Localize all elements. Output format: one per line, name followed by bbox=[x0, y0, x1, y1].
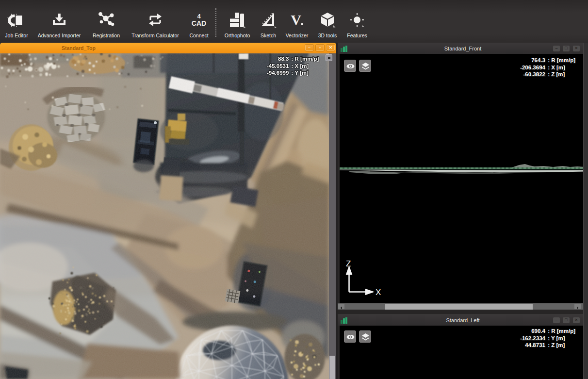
svg-text:Z: Z bbox=[346, 259, 351, 268]
svg-text:X: X bbox=[376, 288, 381, 297]
svg-text:CAD: CAD bbox=[192, 19, 206, 27]
svg-text:V: V bbox=[291, 12, 301, 28]
svg-text:4: 4 bbox=[197, 13, 201, 20]
